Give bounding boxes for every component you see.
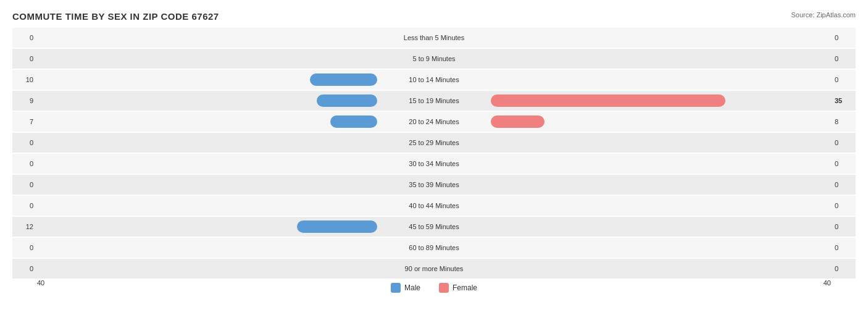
chart-title: COMMUTE TIME BY SEX IN ZIP CODE 67627	[12, 11, 856, 22]
male-bar-side	[37, 241, 378, 254]
bars-center: Less than 5 Minutes	[37, 28, 831, 48]
female-value-label: 0	[831, 202, 856, 209]
female-bar-side	[490, 178, 831, 191]
row-center-label: 15 to 19 Minutes	[378, 97, 490, 104]
female-bar-side	[490, 73, 831, 86]
legend: Male Female	[391, 283, 477, 293]
male-value-label: 0	[12, 160, 37, 167]
male-value-label: 0	[12, 265, 37, 272]
male-bar-side	[37, 220, 378, 233]
row-center-label: 35 to 39 Minutes	[378, 181, 490, 188]
female-bar-side	[490, 52, 831, 65]
female-value-label: 35	[831, 97, 856, 104]
row-center-label: 30 to 34 Minutes	[378, 160, 490, 167]
female-value-label: 0	[831, 265, 856, 272]
female-bar-side	[490, 136, 831, 149]
male-value-label: 0	[12, 34, 37, 41]
female-bar-side	[490, 199, 831, 212]
male-bar-side	[37, 199, 378, 212]
bar-group: 45 to 59 Minutes	[37, 217, 831, 237]
table-row: 060 to 89 Minutes0	[12, 238, 856, 258]
row-center-label: 60 to 89 Minutes	[378, 244, 490, 251]
bars-center: 30 to 34 Minutes	[37, 154, 831, 174]
row-center-label: 25 to 29 Minutes	[378, 139, 490, 146]
female-value-label: 0	[831, 160, 856, 167]
bar-group: Less than 5 Minutes	[37, 28, 831, 48]
male-bar	[310, 73, 377, 86]
source-text: Source: ZipAtlas.com	[791, 11, 856, 19]
chart-area: 0Less than 5 Minutes005 to 9 Minutes0101…	[12, 28, 856, 278]
row-center-label: 40 to 44 Minutes	[378, 202, 490, 209]
male-legend-box	[391, 283, 401, 293]
male-value-label: 0	[12, 202, 37, 209]
bar-group: 15 to 19 Minutes	[37, 91, 831, 111]
bar-group: 10 to 14 Minutes	[37, 70, 831, 90]
female-bar-side	[490, 94, 831, 107]
male-bar	[297, 220, 377, 233]
bottom-axis: 40 Male Female 40	[12, 279, 856, 293]
legend-female: Female	[439, 283, 477, 293]
female-value-label: 0	[831, 244, 856, 251]
table-row: 0Less than 5 Minutes0	[12, 28, 856, 48]
bar-group: 35 to 39 Minutes	[37, 175, 831, 195]
table-row: 090 or more Minutes0	[12, 259, 856, 279]
male-bar-side	[37, 178, 378, 191]
female-bar	[491, 94, 725, 107]
row-center-label: 20 to 24 Minutes	[378, 118, 490, 125]
bars-center: 40 to 44 Minutes	[37, 196, 831, 216]
male-bar-side	[37, 31, 378, 44]
bar-group: 60 to 89 Minutes	[37, 238, 831, 258]
chart-container: COMMUTE TIME BY SEX IN ZIP CODE 67627 So…	[0, 0, 868, 323]
table-row: 025 to 29 Minutes0	[12, 133, 856, 153]
male-bar-side	[37, 94, 378, 107]
male-bar-side	[37, 73, 378, 86]
female-bar-side	[490, 31, 831, 44]
female-value-label: 0	[831, 223, 856, 230]
female-bar-side	[490, 262, 831, 275]
female-bar-side	[490, 157, 831, 170]
female-bar-side	[490, 115, 831, 128]
bar-group: 25 to 29 Minutes	[37, 133, 831, 153]
bars-center: 10 to 14 Minutes	[37, 70, 831, 90]
row-center-label: Less than 5 Minutes	[378, 34, 490, 41]
row-center-label: 10 to 14 Minutes	[378, 76, 490, 83]
male-bar	[330, 115, 377, 128]
male-bar-side	[37, 157, 378, 170]
row-center-label: 5 to 9 Minutes	[378, 55, 490, 62]
male-bar	[317, 94, 377, 107]
bars-center: 5 to 9 Minutes	[37, 49, 831, 69]
male-value-label: 0	[12, 139, 37, 146]
male-value-label: 9	[12, 97, 37, 104]
male-value-label: 12	[12, 223, 37, 230]
bars-center: 45 to 59 Minutes	[37, 217, 831, 237]
female-bar-side	[490, 241, 831, 254]
table-row: 720 to 24 Minutes8	[12, 112, 856, 132]
bar-group: 20 to 24 Minutes	[37, 112, 831, 132]
table-row: 035 to 39 Minutes0	[12, 175, 856, 195]
male-value-label: 0	[12, 55, 37, 62]
table-row: 1010 to 14 Minutes0	[12, 70, 856, 90]
table-row: 040 to 44 Minutes0	[12, 196, 856, 216]
table-row: 030 to 34 Minutes0	[12, 154, 856, 174]
female-value-label: 0	[831, 34, 856, 41]
table-row: 05 to 9 Minutes0	[12, 49, 856, 69]
row-center-label: 45 to 59 Minutes	[378, 223, 490, 230]
bars-center: 15 to 19 Minutes	[37, 91, 831, 111]
female-value-label: 0	[831, 139, 856, 146]
table-row: 915 to 19 Minutes35	[12, 91, 856, 111]
male-bar-side	[37, 136, 378, 149]
female-value-label: 0	[831, 55, 856, 62]
male-value-label: 10	[12, 76, 37, 83]
bar-group: 40 to 44 Minutes	[37, 196, 831, 216]
legend-male: Male	[391, 283, 420, 293]
bar-group: 90 or more Minutes	[37, 259, 831, 279]
female-value-label: 0	[831, 76, 856, 83]
female-bar-side	[490, 220, 831, 233]
female-value-label: 0	[831, 181, 856, 188]
bar-group: 30 to 34 Minutes	[37, 154, 831, 174]
female-bar	[491, 115, 545, 128]
male-bar-side	[37, 115, 378, 128]
bars-center: 60 to 89 Minutes	[37, 238, 831, 258]
bars-center: 35 to 39 Minutes	[37, 175, 831, 195]
male-legend-label: Male	[404, 283, 420, 292]
